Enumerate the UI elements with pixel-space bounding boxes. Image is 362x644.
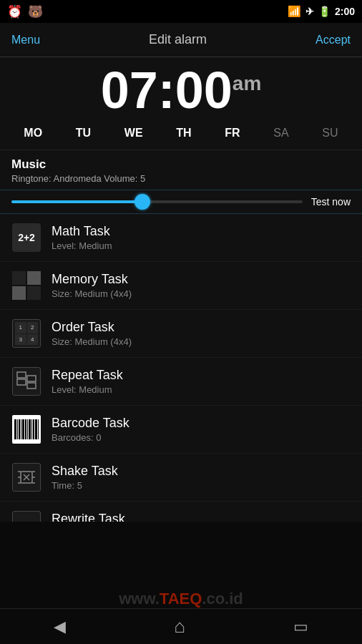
day-fr[interactable]: FR (220, 125, 244, 141)
shake-task-icon (11, 462, 41, 492)
day-su[interactable]: SU (318, 125, 342, 141)
status-icons-left: ⏰ 🐻 (7, 4, 43, 19)
order-task-sub: Size: Medium (4x4) (52, 336, 351, 347)
status-time: 2:00 (335, 6, 355, 17)
shake-task-name: Shake Task (52, 464, 351, 479)
accept-button[interactable]: Accept (315, 34, 351, 47)
wifi-icon: 📶 (288, 5, 301, 18)
rewrite-task-name: Rewrite Task (52, 512, 351, 522)
alarm-time[interactable]: 07:00am (101, 62, 262, 119)
order-task-name: Order Task (52, 320, 351, 335)
math-icon-graphic: 2+2 (12, 223, 41, 252)
task-memory[interactable]: Memory Task Size: Medium (4x4) (0, 262, 362, 310)
watermark-suffix: .co.id (202, 590, 243, 608)
day-we[interactable]: WE (120, 125, 147, 141)
barcode-task-sub: Barcodes: 0 (52, 432, 351, 443)
shake-task-text: Shake Task Time: 5 (52, 464, 351, 491)
svg-rect-1 (17, 379, 26, 385)
page-title: Edit alarm (149, 32, 207, 47)
memory-task-text: Memory Task Size: Medium (4x4) (52, 272, 351, 299)
math-task-text: Math Task Level: Medium (52, 224, 351, 251)
back-button[interactable]: ◀ (54, 618, 66, 636)
battery-icon: 🔋 (318, 6, 331, 17)
memory-task-sub: Size: Medium (4x4) (52, 288, 351, 299)
status-bar: ⏰ 🐻 📶 ✈ 🔋 2:00 (0, 0, 362, 23)
slider-fill (11, 200, 142, 203)
menu-button[interactable]: Menu (11, 34, 40, 47)
rewrite-task-text: Rewrite Task Level: Medium (52, 512, 351, 522)
task-order[interactable]: 12 34 Order Task Size: Medium (4x4) (0, 310, 362, 358)
recents-button[interactable]: ▭ (293, 618, 308, 636)
shake-icon-graphic (12, 463, 41, 492)
watermark-prefix: www. (119, 590, 160, 608)
music-title: Music (11, 157, 351, 172)
day-th[interactable]: TH (172, 125, 195, 141)
barcode-icon-graphic (12, 415, 41, 444)
shake-task-sub: Time: 5 (52, 480, 351, 491)
svg-rect-0 (17, 372, 26, 378)
test-now-button[interactable]: Test now (311, 196, 351, 208)
ampm-label: am (233, 72, 261, 94)
shake-svg (15, 466, 38, 489)
bottom-nav: ◀ ⌂ ▭ (0, 608, 362, 644)
music-section: Music Ringtone: Andromeda Volume: 5 (0, 150, 362, 190)
day-sa[interactable]: SA (269, 125, 293, 141)
top-nav: Menu Edit alarm Accept (0, 23, 362, 57)
math-task-name: Math Task (52, 224, 351, 239)
memory-task-name: Memory Task (52, 272, 351, 287)
repeat-svg (16, 371, 37, 392)
day-mo[interactable]: MO (19, 125, 47, 141)
repeat-task-name: Repeat Task (52, 368, 351, 383)
volume-slider[interactable] (11, 200, 303, 203)
task-repeat[interactable]: Repeat Task Level: Medium (0, 358, 362, 406)
repeat-task-icon (11, 366, 41, 396)
task-shake[interactable]: Shake Task Time: 5 (0, 454, 362, 502)
slider-thumb[interactable] (134, 194, 150, 210)
memory-icon-graphic (12, 271, 41, 300)
volume-slider-row: Test now (0, 190, 362, 214)
repeat-task-sub: Level: Medium (52, 384, 351, 395)
task-rewrite[interactable]: TXT Rewrite Task Level: Medium (0, 502, 362, 522)
day-tu[interactable]: TU (72, 125, 95, 141)
watermark-brand: TAEQ (160, 590, 202, 608)
time-display: 07:00am (0, 57, 362, 119)
home-button[interactable]: ⌂ (174, 615, 185, 638)
bear-icon: 🐻 (28, 4, 43, 19)
task-barcode[interactable]: Barcode Task Barcodes: 0 (0, 406, 362, 454)
svg-rect-2 (27, 376, 36, 381)
repeat-icon-graphic (12, 367, 41, 396)
alarm-clock-icon: ⏰ (7, 4, 22, 19)
repeat-task-text: Repeat Task Level: Medium (52, 368, 351, 395)
watermark: www.TAEQ.co.id (0, 590, 362, 608)
math-task-icon: 2+2 (11, 223, 41, 253)
task-math[interactable]: 2+2 Math Task Level: Medium (0, 214, 362, 262)
day-selector: MO TU WE TH FR SA SU (0, 119, 362, 150)
music-info: Ringtone: Andromeda Volume: 5 (11, 173, 351, 184)
task-list: 2+2 Math Task Level: Medium Memory Task … (0, 214, 362, 522)
math-task-sub: Level: Medium (52, 240, 351, 251)
barcode-lines (14, 419, 39, 439)
memory-task-icon (11, 270, 41, 301)
barcode-task-icon (11, 414, 41, 444)
status-icons-right: 📶 ✈ 🔋 2:00 (288, 5, 355, 18)
order-icon-graphic: 12 34 (12, 319, 41, 348)
order-task-icon: 12 34 (11, 318, 41, 348)
barcode-task-text: Barcode Task Barcodes: 0 (52, 416, 351, 443)
order-task-text: Order Task Size: Medium (4x4) (52, 320, 351, 347)
barcode-task-name: Barcode Task (52, 416, 351, 431)
rewrite-icon-graphic: TXT (12, 511, 41, 522)
svg-rect-3 (27, 383, 36, 389)
airplane-icon: ✈ (305, 6, 314, 17)
rewrite-task-icon: TXT (11, 510, 41, 522)
